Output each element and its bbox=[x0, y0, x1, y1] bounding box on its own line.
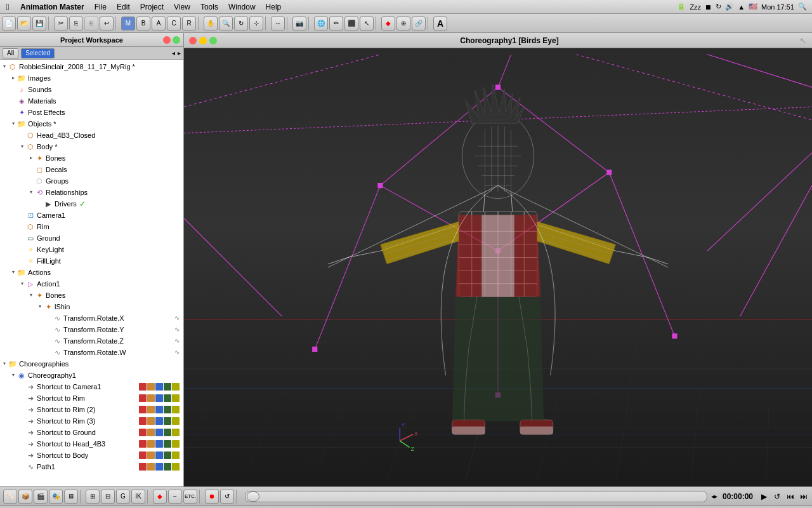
deselect-button[interactable]: ⊟ bbox=[101, 490, 115, 504]
tree-item-materials[interactable]: ◈Materials bbox=[0, 95, 183, 107]
tree-item-groups[interactable]: ⬡Groups bbox=[0, 175, 183, 187]
filter-selected-button[interactable]: Selected bbox=[21, 48, 55, 58]
copy-button[interactable]: ⎘ bbox=[69, 17, 83, 30]
chor-mode-button[interactable]: 🎭 bbox=[49, 490, 63, 504]
timeline-knob[interactable] bbox=[247, 491, 259, 502]
expand-btn-materials[interactable] bbox=[10, 98, 16, 104]
tree-item-relationships[interactable]: ▾⟲Relationships bbox=[0, 187, 183, 198]
cursor-button[interactable]: ↖ bbox=[360, 17, 374, 30]
tree-item-rim[interactable]: ⬡Rim bbox=[0, 221, 183, 232]
tree-item-actions[interactable]: ▾📁Actions bbox=[0, 267, 183, 278]
paste-button[interactable]: ⎗ bbox=[84, 17, 98, 30]
apple-menu[interactable]:  bbox=[0, 2, 15, 12]
expand-btn-head4b3[interactable] bbox=[19, 132, 25, 138]
tree-item-body[interactable]: ▾⬡Body * bbox=[0, 141, 183, 152]
constraint-button[interactable]: 🔗 bbox=[412, 17, 426, 30]
tree-item-sc_camera1[interactable]: ➜Shortcut to Camera1 bbox=[0, 381, 183, 392]
expand-btn-rim[interactable] bbox=[19, 224, 25, 230]
filter-all-button[interactable]: All bbox=[3, 48, 18, 58]
undo-button[interactable]: ↩ bbox=[100, 17, 114, 30]
expand-btn-sc_rim2[interactable] bbox=[19, 406, 25, 413]
action-mode-button[interactable]: 🎬 bbox=[34, 490, 48, 504]
expand-btn-path1[interactable] bbox=[19, 464, 25, 470]
expand-btn-sc_body[interactable] bbox=[19, 452, 25, 458]
tree-item-sounds[interactable]: ♪Sounds bbox=[0, 84, 183, 95]
ik-button[interactable]: ⊕ bbox=[396, 17, 410, 30]
expand-btn-decals[interactable] bbox=[28, 166, 34, 173]
tree-item-sc_rim3[interactable]: ➜Shortcut to Rim (3) bbox=[0, 415, 183, 427]
ik-mode-button[interactable]: IK bbox=[131, 490, 145, 504]
expand-btn-relationships[interactable]: ▾ bbox=[28, 189, 34, 196]
nav-prev[interactable]: ◂ bbox=[172, 50, 175, 57]
render-button[interactable]: R bbox=[182, 17, 196, 30]
expand-btn-sc_head4b3[interactable] bbox=[19, 441, 25, 447]
expand-btn-sc_camera1[interactable] bbox=[19, 384, 25, 390]
tree-item-filllight[interactable]: ✧FillLight bbox=[0, 255, 183, 267]
cut-button[interactable]: ✂ bbox=[54, 17, 68, 30]
expand-btn-a_bones[interactable]: ▾ bbox=[28, 292, 34, 298]
tree-item-path1[interactable]: ∿Path1 bbox=[0, 461, 183, 472]
tree-item-ishin[interactable]: ▾✦lShin bbox=[0, 301, 183, 312]
expand-btn-drivers[interactable] bbox=[37, 201, 43, 207]
translate-button[interactable]: ↔ bbox=[271, 17, 285, 30]
expand-btn-filllight[interactable] bbox=[19, 258, 25, 264]
expand-btn-rot_y[interactable] bbox=[46, 326, 52, 333]
expand-btn-sc_rim3[interactable] bbox=[19, 418, 25, 424]
timeline-scrubber[interactable] bbox=[245, 491, 707, 502]
menu-file[interactable]: File bbox=[89, 3, 112, 11]
loop-toggle-button[interactable]: ↺ bbox=[771, 491, 783, 502]
tree-item-rot_y[interactable]: ∿Transform.Rotate.Y∿ bbox=[0, 324, 183, 335]
keyframe-button[interactable]: ◆ bbox=[381, 17, 395, 30]
tree-item-rot_z[interactable]: ∿Transform.Rotate.Z∿ bbox=[0, 335, 183, 347]
play-button[interactable]: ▶ bbox=[758, 491, 769, 502]
tree-item-postfx[interactable]: ✦Post Effects bbox=[0, 107, 183, 118]
bone-mode-button[interactable]: 🦴 bbox=[3, 490, 17, 504]
tree-item-choreographies[interactable]: ▾📁Choreographies bbox=[0, 358, 183, 370]
model-button[interactable]: M bbox=[121, 17, 135, 30]
tree-item-drivers[interactable]: ▶Drivers✓ bbox=[0, 198, 183, 210]
record-button[interactable]: ⏺ bbox=[205, 490, 219, 504]
expand-btn-rot_z[interactable] bbox=[46, 338, 52, 344]
orbit-button[interactable]: ↻ bbox=[234, 17, 248, 30]
viewport-close-button[interactable] bbox=[189, 37, 197, 44]
tree-item-keylight[interactable]: ✧KeyLight bbox=[0, 244, 183, 255]
menu-edit[interactable]: Edit bbox=[112, 3, 135, 11]
tree-item-sc_ground[interactable]: ➜Shortcut to Ground bbox=[0, 427, 183, 438]
tree-item-ground[interactable]: ▭Ground bbox=[0, 232, 183, 244]
open-button[interactable]: 📂 bbox=[17, 17, 31, 30]
select-all-button[interactable]: ⊞ bbox=[86, 490, 100, 504]
prev-key-button[interactable]: ⏮ bbox=[785, 491, 796, 502]
tree-item-images[interactable]: ▸📁Images bbox=[0, 72, 183, 84]
expand-btn-choreographies[interactable]: ▾ bbox=[1, 361, 8, 367]
tree-item-decals[interactable]: ◻Decals bbox=[0, 164, 183, 175]
pan-button[interactable]: ✋ bbox=[204, 17, 218, 30]
globe-button[interactable]: 🌐 bbox=[314, 17, 328, 30]
tree-item-rig[interactable]: ▾⬡RobbieSinclair_2008_11_17_MyRig * bbox=[0, 61, 183, 72]
tree-item-rot_x[interactable]: ∿Transform.Rotate.X∿ bbox=[0, 312, 183, 324]
save-button[interactable]: 💾 bbox=[32, 17, 46, 30]
menu-help[interactable]: Help bbox=[261, 3, 287, 11]
tree-item-sc_rim[interactable]: ➜Shortcut to Rim bbox=[0, 392, 183, 404]
etc-button[interactable]: ETC. bbox=[183, 490, 197, 504]
tree-item-sc_body[interactable]: ➜Shortcut to Body bbox=[0, 450, 183, 461]
expand-btn-body[interactable]: ▾ bbox=[19, 144, 25, 150]
loop-button[interactable]: ↺ bbox=[220, 490, 234, 504]
expand-btn-camera1[interactable] bbox=[19, 212, 25, 218]
expand-btn-ishin[interactable]: ▾ bbox=[37, 304, 43, 310]
tree-item-sc_head4b3[interactable]: ➜Shortcut to Head_4B3 bbox=[0, 438, 183, 450]
expand-btn-rig[interactable]: ▾ bbox=[1, 64, 8, 70]
expand-btn-sc_ground[interactable] bbox=[19, 429, 25, 436]
expand-btn-actions[interactable]: ▾ bbox=[10, 269, 16, 276]
expand-btn-postfx[interactable] bbox=[10, 109, 16, 116]
viewport-min-button[interactable] bbox=[199, 37, 207, 44]
tree-item-chor1[interactable]: ▾◉Choreography1 bbox=[0, 370, 183, 381]
chor-button[interactable]: C bbox=[167, 17, 181, 30]
group-button[interactable]: G bbox=[116, 490, 130, 504]
tree-item-a_bones[interactable]: ▾✦Bones bbox=[0, 290, 183, 301]
expand-btn-rot_x[interactable] bbox=[46, 315, 52, 321]
menu-view[interactable]: View bbox=[169, 3, 195, 11]
surface-button[interactable]: ⬛ bbox=[344, 17, 358, 30]
expand-btn-ground[interactable] bbox=[19, 235, 25, 241]
key-button[interactable]: ◆ bbox=[153, 490, 167, 504]
expand-btn-bones[interactable]: ▸ bbox=[28, 155, 34, 161]
